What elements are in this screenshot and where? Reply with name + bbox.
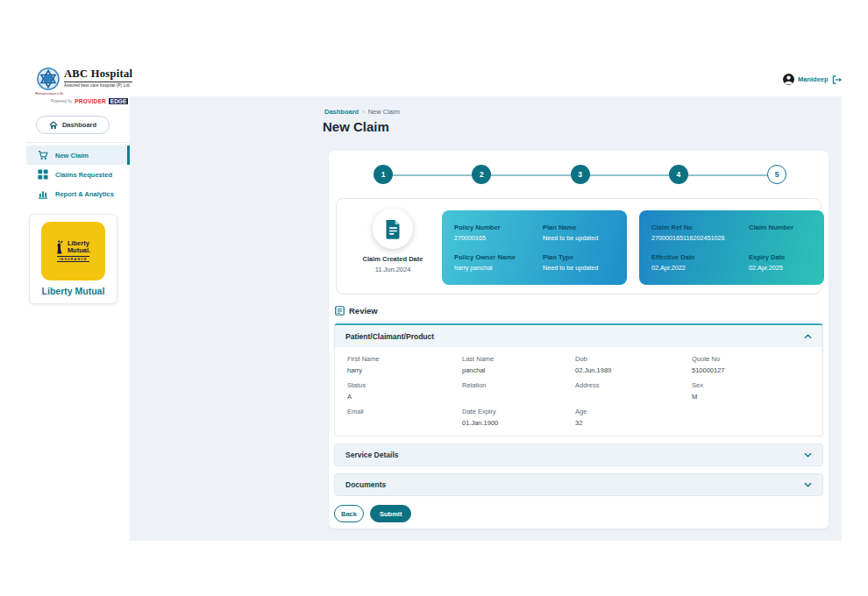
field-value: 510000127 (692, 366, 810, 374)
patient-field: Last Name panchal (462, 355, 575, 374)
breadcrumb-current: New Claim (368, 108, 400, 116)
edge-brand: EDGE (109, 98, 128, 104)
patient-field: Relation (462, 381, 575, 401)
field-label: Quote No (692, 355, 810, 363)
claim-field: Expiry Date 02.Apr.2025 (749, 253, 812, 272)
sidebar-item-label: New Claim (55, 152, 89, 160)
claim-created-value: 11.Jun.2024 (351, 266, 435, 273)
field-label: Claim Ref No (651, 224, 749, 231)
field-label: Last Name (462, 355, 575, 363)
policy-field: Plan Name Need to be updated (543, 224, 615, 242)
sidebar-divider (26, 142, 130, 143)
policy-field: Policy Owner Name harry panchal (454, 253, 543, 272)
field-label: Age (575, 408, 692, 415)
hospital-emblem-icon (37, 67, 60, 90)
patient-accordion-header[interactable]: Patient/Claimant/Product (335, 325, 822, 347)
patient-field (692, 408, 810, 427)
dashboard-button[interactable]: Dashboard (36, 116, 110, 134)
sidebar-item-new-claim[interactable]: New Claim (26, 145, 130, 165)
field-value: Need to be updated (543, 234, 615, 242)
insurance-word: INSURANCE (57, 256, 89, 262)
field-label: Plan Type (543, 253, 615, 261)
dashboard-button-label: Dashboard (62, 121, 96, 129)
field-value: Need to be updated (543, 264, 615, 272)
back-button[interactable]: Back (334, 505, 364, 522)
field-value: 02.Jun.1989 (575, 366, 692, 374)
field-label: Email (347, 408, 462, 415)
patient-claimant-product-accordion: Patient/Claimant/Product First Name harr… (334, 323, 823, 436)
sidebar-item-label: Report & Analytics (55, 190, 114, 198)
field-label: Effective Date (651, 253, 749, 261)
submit-button[interactable]: Submit (370, 505, 411, 522)
review-form-icon (335, 306, 345, 316)
field-label: Policy Number (454, 224, 543, 231)
field-label: Policy Owner Name (454, 253, 543, 261)
provider-brand: PROVIDER (75, 98, 106, 104)
documents-accordion[interactable]: Documents (334, 473, 823, 496)
bar-chart-icon (38, 188, 48, 199)
hospital-name: ABC Hospital (64, 67, 132, 81)
patient-field: Email (347, 408, 462, 427)
sidebar-item-claims-requested[interactable]: Claims Requested (26, 165, 130, 184)
insurer-name: Liberty Mutual (30, 286, 117, 296)
sidebar-item-report-analytics[interactable]: Report & Analytics (26, 184, 130, 203)
claim-created-label: Claim Created Date (351, 255, 435, 263)
service-details-accordion[interactable]: Service Details (334, 443, 823, 466)
hospital-logo: ABC Hospital Assured best care hospital … (37, 67, 132, 90)
field-value: 01.Jan.1900 (462, 419, 575, 427)
policy-field: Plan Type Need to be updated (543, 253, 615, 272)
stepper-step-2[interactable]: 2 (472, 165, 491, 184)
stepper-step-5[interactable]: 5 (767, 165, 786, 184)
breadcrumb: Dashboard › New Claim (324, 108, 400, 116)
new-claim-panel: 1 2 3 4 5 Claim Created Date 11.Jun.2024 (329, 151, 829, 529)
mutual-word: Mutual. (68, 247, 90, 254)
field-value: 32 (575, 419, 692, 427)
field-label: Status (347, 381, 462, 389)
emblem-note: Renaissance Life (35, 91, 63, 96)
patient-accordion-title: Patient/Claimant/Product (345, 332, 434, 341)
patient-field: Address (575, 381, 692, 401)
sidebar-nav: New Claim Claims Requested Report & Anal… (26, 145, 130, 203)
field-value: panchal (462, 366, 575, 374)
patient-field: Dob 02.Jun.1989 (575, 355, 692, 374)
user-avatar-icon (783, 74, 794, 85)
chevron-down-icon (804, 452, 812, 458)
claim-field: Effective Date 02.Apr.2022 (651, 253, 749, 272)
grid-icon (38, 169, 48, 180)
document-icon-circle (373, 209, 413, 249)
claim-field: Claim Number (749, 224, 812, 242)
breadcrumb-dashboard-link[interactable]: Dashboard (324, 108, 359, 116)
field-value: M (692, 393, 810, 401)
field-label: Sex (692, 381, 810, 389)
policy-info-card: Policy Number 270000165 Plan Name Need t… (442, 210, 627, 285)
user-name: Manideep (798, 75, 829, 83)
field-value: harry (347, 366, 462, 374)
patient-field: Date Expiry 01.Jan.1900 (462, 408, 575, 427)
patient-field: Status A (347, 381, 462, 401)
field-label: Expiry Date (749, 253, 812, 261)
stepper-step-1[interactable]: 1 (374, 165, 393, 184)
stepper-step-3[interactable]: 3 (571, 165, 590, 184)
insurer-card-liberty-mutual[interactable]: Liberty Mutual. INSURANCE Liberty Mutual (29, 214, 117, 304)
cart-icon (38, 150, 48, 160)
field-label: Claim Number (749, 224, 812, 231)
claim-summary-card: Claim Created Date 11.Jun.2024 Policy Nu… (336, 198, 822, 294)
field-value: harry panchal (454, 264, 543, 272)
field-value: 270000165116202451026 (651, 234, 749, 242)
claim-field: Claim Ref No 270000165116202451026 (651, 224, 749, 242)
user-menu[interactable]: Manideep (783, 74, 842, 85)
field-value: 270000165 (454, 234, 543, 242)
logout-icon[interactable] (832, 75, 842, 84)
claim-created-block: Claim Created Date 11.Jun.2024 (351, 209, 435, 273)
patient-field: Quote No 510000127 (692, 355, 810, 374)
service-details-title: Service Details (345, 451, 398, 459)
powered-prefix: Powered by (51, 99, 72, 103)
patient-details-grid: First Name harry Last Name panchal Dob 0… (335, 347, 822, 436)
stepper-step-4[interactable]: 4 (669, 165, 688, 184)
statue-of-liberty-icon (56, 240, 66, 254)
field-label: First Name (347, 355, 462, 363)
field-label: Dob (575, 355, 692, 363)
liberty-mutual-logo: Liberty Mutual. INSURANCE (41, 222, 105, 280)
field-label: Plan Name (543, 224, 615, 231)
field-label: Relation (462, 381, 575, 389)
